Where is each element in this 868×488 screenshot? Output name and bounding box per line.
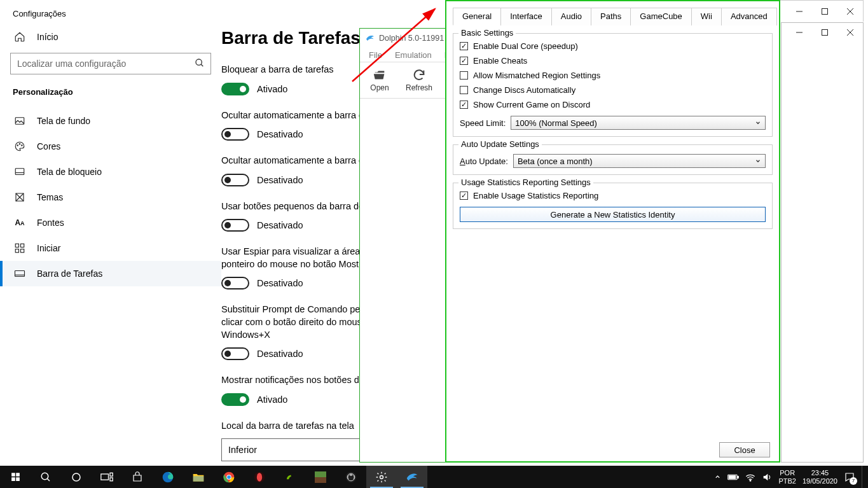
checkbox-icon — [460, 71, 468, 80]
menu-file[interactable]: File — [364, 50, 387, 60]
toggle-switch-3[interactable] — [221, 219, 249, 232]
toggle-switch-6[interactable] — [221, 393, 249, 406]
taskbar-obs[interactable] — [336, 466, 366, 488]
tab-advanced[interactable]: Advanced — [721, 8, 777, 25]
taskbar-opera[interactable] — [244, 466, 275, 488]
toggle-state-6: Ativado — [257, 394, 287, 405]
sidebar-item-start[interactable]: Iniciar — [0, 235, 221, 261]
wifi-icon[interactable] — [745, 473, 755, 482]
close-button[interactable] — [837, 23, 863, 42]
nav-label: Barra de Tarefas — [37, 268, 102, 279]
dialog-close-button[interactable]: Close — [719, 442, 770, 457]
maximize-button[interactable] — [812, 23, 837, 42]
dolphin-title: Dolphin 5.0-11991 — [379, 34, 444, 43]
auto-update-select[interactable]: Beta (once a month) — [513, 154, 766, 168]
sidebar-item-lockscreen[interactable]: Tela de bloqueio — [0, 159, 221, 185]
start-button[interactable] — [0, 466, 31, 488]
svg-rect-1 — [15, 118, 24, 125]
tray-overflow-icon[interactable] — [714, 473, 721, 480]
taskbar-chrome[interactable] — [214, 466, 244, 488]
sidebar-item-themes[interactable]: Temas — [0, 185, 221, 210]
nav-label: Fontes — [37, 218, 64, 228]
taskbar-dolphin[interactable] — [397, 466, 427, 488]
sidebar-item-taskbar[interactable]: Barra de Tarefas — [0, 261, 221, 286]
svg-point-14 — [41, 473, 48, 480]
svg-rect-8 — [15, 249, 18, 253]
sidebar-item-fonts[interactable]: AA Fontes — [0, 210, 221, 235]
taskbar-explorer[interactable] — [183, 466, 214, 488]
sidebar-item-background[interactable]: Tela de fundo — [0, 108, 221, 134]
tab-paths[interactable]: Paths — [591, 8, 631, 25]
background-window — [781, 22, 864, 463]
nav-label: Iniciar — [37, 243, 60, 253]
usage-stats-checkbox[interactable]: Enable Usage Statistics Reporting — [460, 188, 766, 203]
battery-icon[interactable] — [727, 473, 739, 481]
minimize-button[interactable] — [787, 2, 812, 21]
svg-rect-27 — [315, 471, 326, 477]
toggle-switch-4[interactable] — [221, 277, 249, 289]
taskbar-edge[interactable] — [153, 466, 183, 488]
taskbar-taskview-button[interactable] — [92, 466, 122, 488]
dolphin-logo-icon — [365, 33, 375, 43]
tab-interface[interactable]: Interface — [500, 8, 552, 25]
taskbar-nvidia[interactable] — [275, 466, 305, 488]
tab-gamecube[interactable]: GameCube — [630, 8, 691, 25]
toggle-switch-1[interactable] — [221, 128, 249, 141]
checkbox-3[interactable]: Change Discs Automatically — [460, 83, 766, 97]
checkbox-2[interactable]: Allow Mismatched Region Settings — [460, 68, 766, 83]
language-indicator[interactable]: POR PTB2 — [778, 469, 796, 485]
themes-icon — [14, 192, 25, 203]
toolbar-open-button[interactable]: Open — [360, 62, 399, 98]
start-icon — [14, 242, 25, 254]
action-center-icon[interactable]: 7 — [844, 471, 855, 483]
close-button[interactable] — [837, 2, 863, 21]
section-heading: Personalização — [0, 87, 221, 108]
show-desktop-button[interactable] — [862, 466, 865, 488]
taskbar-search-button[interactable] — [31, 466, 61, 488]
search-icon — [195, 58, 205, 68]
chevron-down-icon — [755, 158, 761, 164]
search-input[interactable] — [10, 53, 211, 74]
checkbox-1[interactable]: Enable Cheats — [460, 53, 766, 68]
usage-stats-group: Usage Statistics Reporting Settings Enab… — [453, 183, 773, 229]
tab-audio[interactable]: Audio — [551, 8, 591, 25]
checkbox-4[interactable]: Show Current Game on Discord — [460, 97, 766, 112]
settings-search[interactable] — [10, 53, 211, 74]
tab-general[interactable]: General — [453, 8, 501, 25]
home-label: Início — [37, 32, 58, 42]
basic-settings-group: Basic Settings Enable Dual Core (speedup… — [453, 33, 773, 137]
taskbar-settings[interactable] — [366, 466, 397, 488]
toggle-state-2: Desativado — [257, 175, 303, 185]
taskbar-minecraft[interactable] — [305, 466, 336, 488]
toggle-switch-5[interactable] — [221, 347, 249, 360]
generate-identity-button[interactable]: Generate a New Statistics Identity — [460, 207, 766, 222]
nav-label: Tela de bloqueio — [37, 167, 102, 177]
home-nav-item[interactable]: Início — [0, 18, 221, 53]
settings-app-title: Configurações — [0, 9, 221, 18]
dolphin-config-dialog: GeneralInterfaceAudioPathsGameCubeWiiAdv… — [445, 0, 780, 463]
taskbar-cortana-button[interactable] — [61, 466, 92, 488]
auto-update-value: Beta (once a month) — [518, 157, 593, 166]
svg-point-15 — [72, 473, 80, 481]
speed-limit-label: Speed Limit: — [460, 118, 506, 128]
toggle-switch-2[interactable] — [221, 174, 249, 186]
svg-point-0 — [196, 59, 202, 65]
speed-limit-select[interactable]: 100% (Normal Speed) — [511, 116, 766, 130]
sidebar-item-colors[interactable]: Cores — [0, 134, 221, 159]
menu-emulation[interactable]: Emulation — [390, 50, 437, 60]
toolbar-refresh-button[interactable]: Refresh — [399, 62, 439, 98]
minimize-button[interactable] — [787, 23, 812, 42]
maximize-button[interactable] — [812, 2, 837, 21]
group-title: Usage Statistics Reporting Settings — [458, 178, 593, 187]
taskbar-store[interactable] — [122, 466, 153, 488]
svg-rect-12 — [822, 30, 828, 36]
clock[interactable]: 23:45 19/05/2020 — [803, 469, 837, 485]
home-icon — [14, 31, 25, 43]
checkbox-0[interactable]: Enable Dual Core (speedup) — [460, 39, 766, 53]
volume-icon[interactable] — [762, 472, 772, 482]
tab-wii[interactable]: Wii — [691, 8, 722, 25]
checkbox-icon — [460, 57, 468, 65]
picture-icon — [14, 115, 25, 127]
toggle-switch-0[interactable] — [221, 83, 249, 95]
background-window-titlebar — [778, 0, 864, 22]
